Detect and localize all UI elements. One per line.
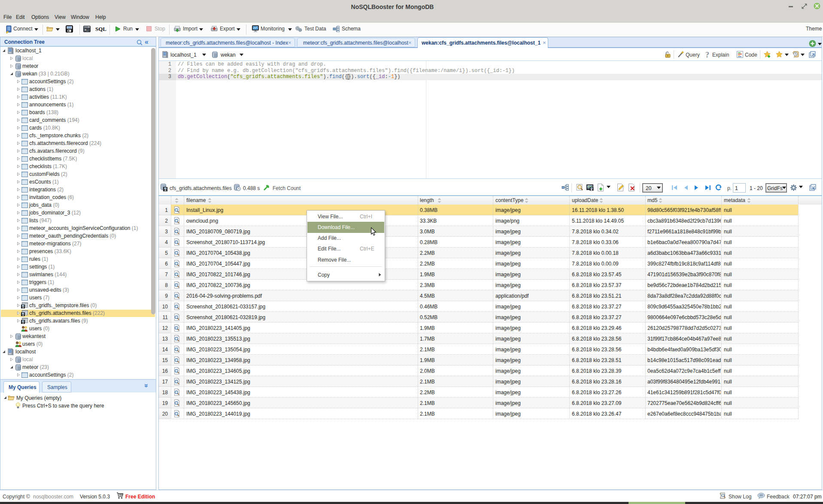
svg-text:>_: >_ (85, 28, 89, 32)
